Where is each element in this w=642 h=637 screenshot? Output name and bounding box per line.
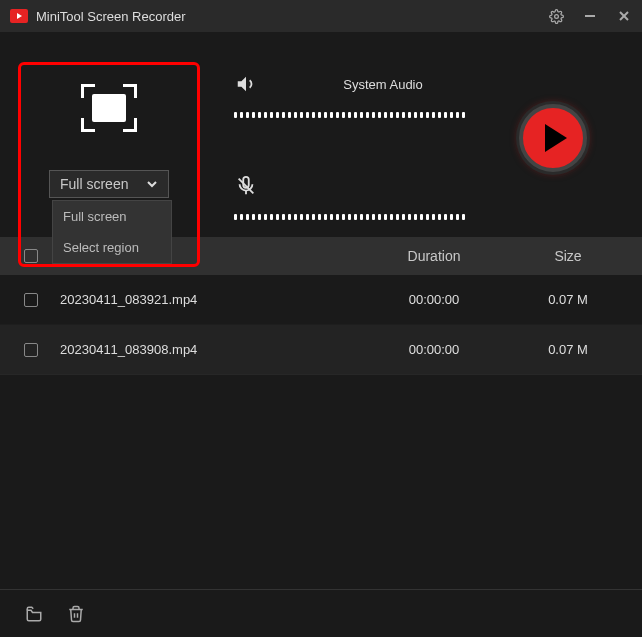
minimize-button[interactable] (582, 8, 598, 24)
mic-toggle[interactable] (234, 174, 258, 198)
row-size: 0.07 M (518, 342, 618, 357)
row-duration: 00:00:00 (364, 292, 504, 307)
mic-off-icon (235, 175, 257, 197)
close-icon (618, 10, 630, 22)
region-block: Full screen Full screen Select region (24, 52, 194, 223)
titlebar: MiniTool Screen Recorder (0, 0, 642, 32)
region-dropdown-label: Full screen (60, 176, 128, 192)
header-size: Size (518, 248, 618, 264)
system-audio-level (234, 112, 469, 118)
audio-block: System Audio (194, 52, 488, 223)
settings-button[interactable] (548, 8, 564, 24)
chevron-down-icon (146, 178, 158, 190)
record-button[interactable] (519, 104, 587, 172)
close-button[interactable] (616, 8, 632, 24)
app-logo-icon (10, 9, 28, 23)
app-title: MiniTool Screen Recorder (36, 9, 548, 24)
row-size: 0.07 M (518, 292, 618, 307)
open-folder-button[interactable] (24, 604, 44, 624)
footer (0, 589, 642, 637)
row-filename: 20230411_083908.mp4 (52, 342, 350, 357)
mic-level (234, 214, 469, 220)
dropdown-option-select-region[interactable]: Select region (53, 232, 171, 263)
region-dropdown[interactable]: Full screen (49, 170, 169, 198)
capture-region-icon[interactable] (81, 84, 137, 132)
header-duration: Duration (364, 248, 504, 264)
speaker-icon (235, 73, 257, 95)
row-checkbox[interactable] (24, 343, 38, 357)
minimize-icon (584, 10, 596, 22)
folder-icon (25, 605, 43, 623)
select-all-checkbox[interactable] (24, 249, 38, 263)
dropdown-option-full-screen[interactable]: Full screen (53, 201, 171, 232)
region-dropdown-menu: Full screen Select region (52, 200, 172, 264)
svg-point-0 (554, 14, 558, 18)
top-panel: Full screen Full screen Select region Sy… (0, 32, 642, 237)
system-audio-label: System Audio (278, 77, 488, 92)
trash-icon (67, 605, 85, 623)
row-duration: 00:00:00 (364, 342, 504, 357)
delete-button[interactable] (66, 604, 86, 624)
row-checkbox[interactable] (24, 293, 38, 307)
table-body: 20230411_083921.mp4 00:00:00 0.07 M 2023… (0, 275, 642, 589)
record-block (488, 52, 618, 223)
system-audio-toggle[interactable] (234, 72, 258, 96)
row-filename: 20230411_083921.mp4 (52, 292, 350, 307)
gear-icon (549, 9, 564, 24)
table-row[interactable]: 20230411_083921.mp4 00:00:00 0.07 M (0, 275, 642, 325)
table-row[interactable]: 20230411_083908.mp4 00:00:00 0.07 M (0, 325, 642, 375)
